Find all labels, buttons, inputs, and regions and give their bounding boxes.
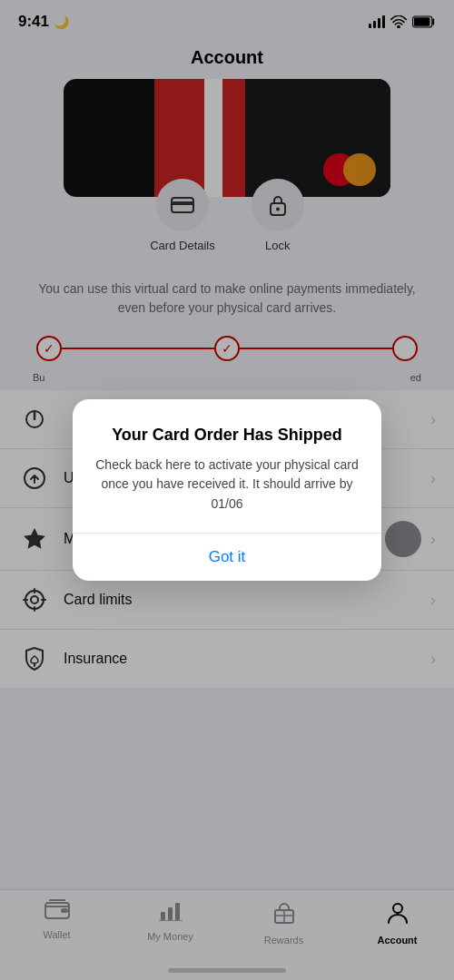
- shipped-modal: Your Card Order Has Shipped Check back h…: [73, 399, 381, 580]
- modal-title: Your Card Order Has Shipped: [94, 425, 360, 446]
- got-it-button[interactable]: Got it: [94, 534, 360, 581]
- modal-body: Check back here to activate your physica…: [94, 456, 360, 514]
- modal-overlay: Your Card Order Has Shipped Check back h…: [0, 0, 454, 980]
